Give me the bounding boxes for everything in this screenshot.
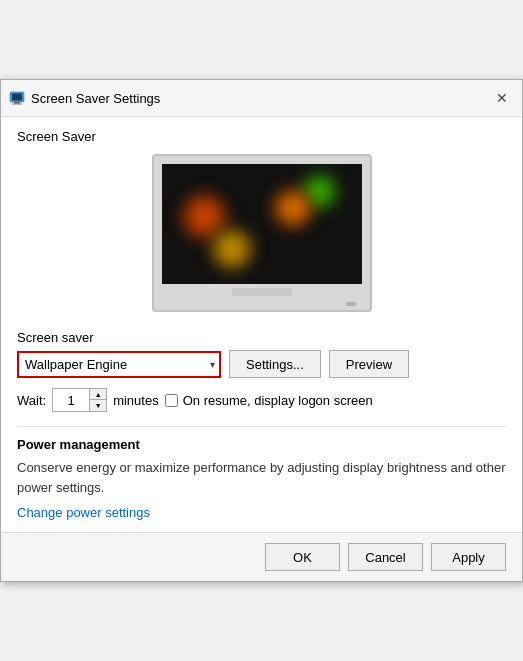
monitor-preview <box>152 154 372 312</box>
wait-row: Wait: ▲ ▼ minutes On resume, display log… <box>17 388 506 412</box>
monitor-screen <box>162 164 362 284</box>
title-bar-icon <box>9 90 25 106</box>
resume-checkbox[interactable] <box>165 394 178 407</box>
spinbox-buttons: ▲ ▼ <box>89 389 106 411</box>
minutes-label: minutes <box>113 393 159 408</box>
svg-rect-3 <box>12 104 22 105</box>
dialog-content: Screen Saver Screen saver Wallpape <box>1 117 522 532</box>
screen-saver-settings-dialog: Screen Saver Settings ✕ Screen Saver Scr… <box>0 79 523 582</box>
svg-rect-1 <box>12 94 22 101</box>
resume-label-text: On resume, display logon screen <box>183 393 373 408</box>
title-bar: Screen Saver Settings ✕ <box>1 80 522 117</box>
power-description: Conserve energy or maximize performance … <box>17 458 506 497</box>
screensaver-controls: Wallpaper Engine (None) Bubbles Mystify … <box>17 350 506 378</box>
blob-orange2 <box>274 189 312 227</box>
power-section-title: Power management <box>17 437 506 452</box>
ok-button[interactable]: OK <box>265 543 340 571</box>
spinbox-down-button[interactable]: ▼ <box>90 400 106 411</box>
close-button[interactable]: ✕ <box>490 86 514 110</box>
preview-button[interactable]: Preview <box>329 350 409 378</box>
settings-button[interactable]: Settings... <box>229 350 321 378</box>
blob-orange <box>212 229 252 269</box>
wait-input[interactable] <box>53 389 89 411</box>
dialog-footer: OK Cancel Apply <box>1 532 522 581</box>
resume-checkbox-label[interactable]: On resume, display logon screen <box>165 393 373 408</box>
screen-saver-section-label: Screen Saver <box>17 129 506 144</box>
cancel-button[interactable]: Cancel <box>348 543 423 571</box>
svg-rect-2 <box>14 102 20 104</box>
monitor-stand <box>232 288 292 296</box>
preview-area <box>17 154 506 312</box>
spinbox-up-button[interactable]: ▲ <box>90 389 106 400</box>
title-bar-title: Screen Saver Settings <box>31 91 490 106</box>
screensaver-select-wrapper: Wallpaper Engine (None) Bubbles Mystify … <box>17 351 221 378</box>
section-divider <box>17 426 506 427</box>
change-power-settings-link[interactable]: Change power settings <box>17 505 150 520</box>
screensaver-field-row: Screen saver Wallpaper Engine (None) Bub… <box>17 330 506 378</box>
apply-button[interactable]: Apply <box>431 543 506 571</box>
wait-label: Wait: <box>17 393 46 408</box>
monitor-power-button <box>346 302 356 306</box>
screensaver-select[interactable]: Wallpaper Engine (None) Bubbles Mystify … <box>19 353 219 376</box>
screensaver-field-label: Screen saver <box>17 330 506 345</box>
wait-spinbox: ▲ ▼ <box>52 388 107 412</box>
